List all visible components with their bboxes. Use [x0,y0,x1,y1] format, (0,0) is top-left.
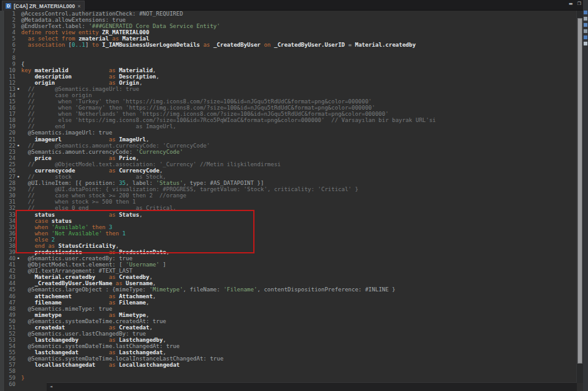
line-marker-empty [16,318,21,324]
line-marker-empty [16,306,21,312]
line-marker-empty [16,17,21,23]
line-number: 5 [6,35,16,42]
code-line: 31 // when stock >= 500 then 1 [0,199,577,205]
view-controls: ▬ ❐ [569,1,581,7]
code-line: 54 @Semantics.systemDateTime.lastChanged… [0,343,577,349]
code-line-text: // when stock >= 500 then 1 [21,199,136,205]
code-line-text: @Semantics.amount.currencyCode: 'Currenc… [21,149,183,155]
code-line: 40• @Semantics.user.createdBy: true [0,255,577,261]
code-line: 33 status as Status, [0,212,577,218]
code-line: 50 @Semantics.systemDateTime.createdAt: … [0,318,577,324]
minimized-view-icon-1[interactable] [584,11,587,14]
line-number: 23 [6,149,16,155]
code-line-text: @Semantics.user.lastChangedBy: true [21,331,146,337]
minimized-view-strip [583,0,588,391]
line-number: 26 [6,167,16,174]
code-line-text: } [21,375,24,381]
code-line: 48 @Semantics.mimeType: true [0,306,577,312]
line-number: 4 [6,29,16,35]
code-line: 32 // else 0 end as Critical, [0,205,577,211]
line-marker-dot: • [16,143,21,149]
code-line: 37 else 2 [0,237,577,243]
line-number: 20 [6,130,16,136]
line-number: 13 [6,86,16,92]
code-line: 30 // case when stock >= 200 then 2 //or… [0,192,577,199]
line-number: 50 [6,318,16,324]
line-marker-empty [16,61,21,67]
editor-tab-bar: D [C4A] ZR_MATERIAL000 × [0,0,588,11]
code-line: 16 // when 'Germany' then 'https://img.i… [0,105,577,111]
code-line: 56 @Semantics.systemDateTime.localInstan… [0,356,577,362]
code-line-text: @UI.lineItem: [{ position: 35, label: 'S… [21,180,264,186]
minimized-view-icon-5[interactable] [584,35,587,39]
line-number: 55 [6,349,16,356]
code-area[interactable]: 1@AccessControl.authorizationCheck: #NOT… [0,11,577,391]
code-line-text: filename as Filename, [21,299,149,306]
line-number: 31 [6,199,16,205]
vertical-scrollbar-thumb[interactable] [577,18,582,364]
line-marker-empty [16,11,21,17]
line-marker-empty [16,29,21,35]
minimized-view-icon-6[interactable] [584,42,587,45]
code-line: 29 // @UI.dataPoint: { visualization: #P… [0,186,577,192]
code-line: 45 @Semantics.largeObject : {mimeType: '… [0,286,577,293]
line-marker-empty [16,274,21,280]
code-line: 5 as select from zmaterial as Material [0,35,577,42]
code-line-text: productiondate as ProductionDate, [21,249,169,255]
annotation-ruler[interactable] [0,11,5,391]
code-line-text: mimetype as Mimetype, [21,312,149,318]
horizontal-scrollbar[interactable]: ◄ [47,382,577,391]
line-marker-empty [16,48,21,54]
code-line: 8 [0,55,577,61]
code-line: 21 imageurl as ImageUrl, [0,136,577,143]
code-line: 25 // @ObjectModel.text.association: '_C… [0,161,577,167]
tab-close-icon[interactable]: × [78,3,81,9]
line-number: 51 [6,324,16,331]
line-number: 43 [6,274,16,280]
line-marker-empty [16,105,21,111]
code-line: 34 case status [0,218,577,224]
line-number: 52 [6,331,16,337]
line-marker-empty [16,331,21,337]
code-line: 46 attachement as Attachment, [0,293,577,299]
code-line-text: @EndUserText.label: '###GENERATED Core D… [21,23,220,29]
code-line-text: lastchangedat as Lastchangedat, [21,349,166,356]
minimize-icon[interactable]: ▬ [569,1,573,7]
minimized-view-icon-4[interactable] [584,29,587,33]
line-marker-empty [16,349,21,356]
restore-icon[interactable]: ❐ [577,1,581,7]
code-line: 36 when 'Not Available' then 1 [0,230,577,237]
code-line-text: key materialid as Materialid, [21,67,156,73]
line-marker-empty [16,155,21,161]
line-marker-empty [16,268,21,274]
code-line: 51 createdat as Createdat, [0,324,577,331]
line-marker-empty [16,212,21,218]
code-line-text: define root view entity ZR_MATERIAL000 [21,29,149,35]
minimized-view-icon-2[interactable] [584,17,587,21]
line-marker-empty [16,136,21,143]
code-line-text: imageurl as ImageUrl, [21,136,149,143]
scroll-left-arrow-icon[interactable]: ◄ [50,383,52,391]
line-marker-empty [16,199,21,205]
line-marker-empty [16,205,21,211]
line-marker-empty [16,42,21,48]
line-marker-empty [16,312,21,318]
code-line: 42 @UI.textArrangement: #TEXT_LAST [0,268,577,274]
code-line-text: @Semantics.imageUrl: true [21,130,112,136]
line-marker-empty [16,261,21,268]
line-number: 3 [6,23,16,29]
line-marker-empty [16,237,21,243]
code-editor-window: D [C4A] ZR_MATERIAL000 × ▬ ❐ 1@AccessCon… [0,0,588,391]
line-marker-empty [16,73,21,80]
code-line: 44 _CreatedByUser.UserName as Username, [0,280,577,286]
line-marker-empty [16,167,21,174]
line-number: 33 [6,212,16,218]
line-number: 24 [6,155,16,161]
vertical-scrollbar[interactable] [576,11,583,383]
tab-zr-material000[interactable]: D [C4A] ZR_MATERIAL000 × [2,1,85,11]
code-line: 39 productiondate as ProductionDate, [0,249,577,255]
line-number: 57 [6,362,16,368]
code-line: 4define root view entity ZR_MATERIAL000 [0,29,577,35]
minimized-view-icon-3[interactable] [584,23,587,27]
code-line-text: @ObjectModel.text.element: [ 'Username' … [21,261,166,268]
